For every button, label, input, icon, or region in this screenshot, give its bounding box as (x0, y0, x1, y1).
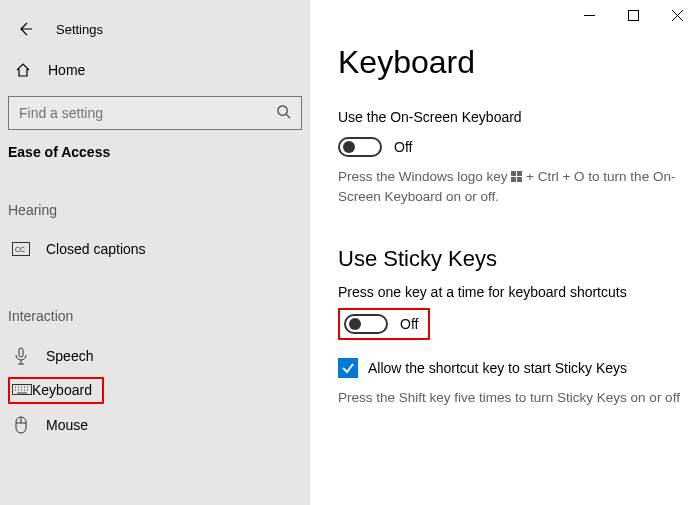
osk-title: Use the On-Screen Keyboard (338, 109, 683, 125)
closed-captions-icon: CC (10, 242, 32, 256)
sticky-heading: Use Sticky Keys (338, 246, 683, 272)
sidebar: Settings Home Ease of Access Hearing CC … (0, 0, 310, 505)
sidebar-item-mouse[interactable]: Mouse (8, 407, 302, 443)
search-input-container[interactable] (8, 96, 302, 130)
mouse-label: Mouse (46, 417, 88, 433)
close-icon (672, 10, 683, 21)
maximize-icon (628, 10, 639, 21)
sticky-shortcut-checkbox[interactable] (338, 358, 358, 378)
main-content: Keyboard Use the On-Screen Keyboard Off … (310, 0, 699, 505)
windows-logo-icon (511, 171, 522, 182)
sticky-shortcut-label: Allow the shortcut key to start Sticky K… (368, 360, 627, 376)
category-interaction: Interaction (8, 308, 302, 324)
sticky-shortcut-checkbox-row: Allow the shortcut key to start Sticky K… (338, 358, 683, 378)
home-label: Home (48, 62, 85, 78)
sidebar-item-closed-captions[interactable]: CC Closed captions (8, 232, 302, 266)
keyboard-icon (12, 382, 32, 399)
maximize-button[interactable] (611, 0, 655, 30)
minimize-button[interactable] (567, 0, 611, 30)
osk-help-text: Press the Windows logo key + Ctrl + O to… (338, 167, 683, 206)
osk-toggle[interactable] (338, 137, 382, 157)
category-hearing: Hearing (8, 202, 302, 218)
svg-rect-6 (628, 10, 638, 20)
section-heading: Ease of Access (8, 144, 302, 160)
mouse-icon (10, 416, 32, 434)
toggle-knob (343, 141, 355, 153)
close-button[interactable] (655, 0, 699, 30)
search-input[interactable] (19, 105, 276, 121)
window-controls (567, 0, 699, 30)
sidebar-item-home[interactable]: Home (8, 52, 302, 88)
sticky-toggle-state: Off (400, 316, 418, 332)
search-icon (276, 104, 291, 122)
closed-captions-label: Closed captions (46, 241, 146, 257)
sticky-toggle-highlight: Off (338, 308, 430, 340)
back-button[interactable] (8, 12, 42, 46)
sidebar-item-speech[interactable]: Speech (8, 338, 302, 374)
sticky-subtitle: Press one key at a time for keyboard sho… (338, 284, 683, 300)
toggle-knob (349, 318, 361, 330)
check-icon (341, 361, 355, 375)
sticky-toggle[interactable] (344, 314, 388, 334)
svg-rect-3 (19, 348, 23, 357)
minimize-icon (584, 10, 595, 21)
sticky-help-text: Press the Shift key five times to turn S… (338, 388, 683, 408)
keyboard-label: Keyboard (32, 382, 92, 399)
sidebar-item-keyboard[interactable]: Keyboard (8, 377, 104, 404)
arrow-left-icon (17, 21, 33, 37)
window-title: Settings (56, 22, 103, 37)
osk-toggle-state: Off (394, 139, 412, 155)
svg-text:CC: CC (15, 246, 25, 253)
osk-toggle-row: Off (338, 137, 683, 157)
microphone-icon (10, 347, 32, 365)
home-icon (12, 62, 34, 78)
page-title: Keyboard (338, 44, 683, 81)
speech-label: Speech (46, 348, 93, 364)
svg-point-0 (278, 106, 287, 115)
titlebar: Settings (8, 10, 302, 48)
